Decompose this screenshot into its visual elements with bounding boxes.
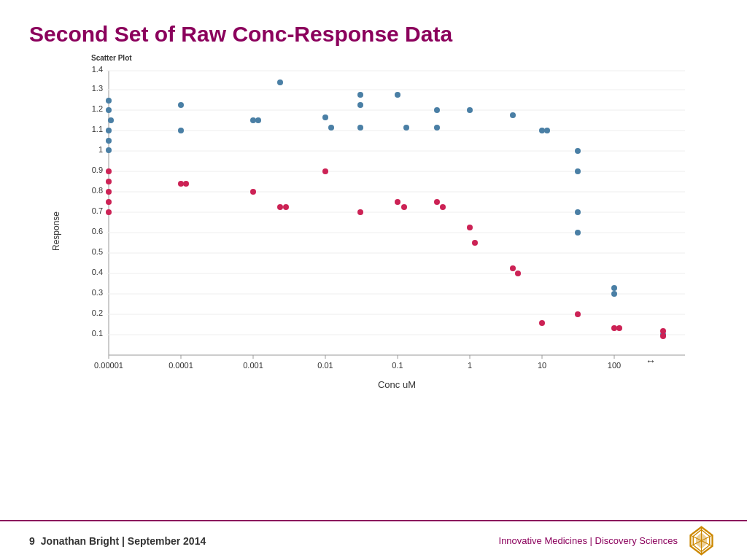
logo-icon [685, 524, 718, 557]
svg-point-103 [660, 328, 666, 334]
svg-point-100 [575, 311, 581, 317]
svg-point-98 [515, 271, 521, 276]
svg-point-101 [611, 325, 617, 331]
footer-right: Innovative Medicines | Discovery Science… [499, 524, 718, 557]
svg-point-76 [611, 285, 617, 291]
svg-point-54 [178, 102, 184, 108]
svg-point-104 [660, 333, 666, 339]
slide: Second Set of Raw Conc-Response Data Sca… [0, 0, 747, 560]
svg-point-57 [255, 117, 261, 123]
svg-text:0.7: 0.7 [92, 206, 103, 215]
svg-point-87 [277, 204, 283, 210]
scatter-plot-label: Scatter Plot [91, 54, 718, 62]
brand-separator: | [590, 535, 595, 546]
svg-point-55 [178, 128, 184, 133]
svg-point-73 [575, 168, 581, 174]
svg-point-86 [250, 189, 256, 195]
svg-text:0.2: 0.2 [92, 308, 103, 317]
svg-text:1.3: 1.3 [92, 84, 103, 93]
svg-point-91 [395, 199, 400, 205]
svg-text:1: 1 [468, 361, 472, 370]
svg-point-89 [322, 168, 328, 174]
svg-point-51 [106, 128, 112, 133]
svg-text:0.1: 0.1 [92, 329, 103, 338]
svg-point-95 [467, 225, 473, 230]
svg-text:0.0001: 0.0001 [169, 361, 193, 370]
svg-point-74 [575, 209, 581, 215]
svg-point-49 [106, 107, 112, 113]
svg-text:0.5: 0.5 [92, 247, 103, 256]
svg-point-92 [401, 204, 407, 210]
svg-text:0.9: 0.9 [92, 166, 103, 174]
svg-point-97 [510, 265, 516, 271]
brand-discovery: Discovery Sciences [595, 535, 678, 546]
svg-point-59 [322, 114, 328, 120]
svg-point-96 [472, 240, 478, 246]
y-axis-label: Response [51, 78, 61, 384]
svg-point-56 [250, 117, 256, 123]
svg-point-94 [440, 204, 446, 210]
svg-text:0.001: 0.001 [243, 361, 263, 370]
footer-author: Jonathan Bright | September 2014 [41, 535, 206, 547]
svg-text:0.01: 0.01 [317, 361, 333, 370]
svg-point-50 [108, 117, 114, 123]
svg-point-82 [106, 199, 112, 205]
svg-point-88 [283, 204, 289, 210]
svg-point-72 [575, 148, 581, 154]
svg-text:↔: ↔ [646, 355, 656, 367]
svg-text:10: 10 [538, 361, 546, 370]
svg-point-53 [106, 147, 112, 153]
svg-point-52 [106, 138, 112, 144]
svg-point-67 [434, 125, 440, 131]
svg-point-66 [434, 107, 440, 113]
svg-text:1.1: 1.1 [92, 125, 103, 133]
svg-point-62 [357, 102, 363, 108]
svg-text:0.6: 0.6 [92, 227, 103, 236]
chart-container: Scatter Plot Response 0.1 0.2 [51, 54, 718, 399]
svg-point-84 [178, 181, 184, 187]
svg-text:100: 100 [608, 361, 621, 370]
svg-point-68 [467, 107, 473, 113]
page-title: Second Set of Raw Conc-Response Data [29, 22, 718, 47]
footer-left: 9 Jonathan Bright | September 2014 [29, 535, 206, 547]
brand-innovative: Innovative Medicines [499, 535, 587, 546]
svg-point-70 [539, 128, 545, 133]
svg-point-79 [106, 168, 112, 174]
svg-text:1: 1 [98, 145, 103, 154]
svg-text:0.8: 0.8 [92, 186, 103, 195]
svg-point-83 [106, 209, 112, 215]
svg-point-85 [183, 181, 189, 187]
svg-text:0.4: 0.4 [92, 268, 103, 276]
svg-point-63 [357, 125, 363, 131]
svg-point-69 [510, 112, 516, 118]
svg-text:0.1: 0.1 [392, 361, 403, 370]
svg-point-58 [277, 79, 283, 85]
svg-point-81 [106, 189, 112, 195]
svg-point-60 [328, 125, 334, 131]
page-number: 9 [29, 535, 35, 547]
svg-point-80 [106, 179, 112, 184]
svg-point-77 [611, 291, 617, 297]
svg-point-65 [403, 125, 409, 131]
svg-point-102 [616, 325, 622, 331]
svg-point-61 [357, 92, 363, 98]
svg-text:1.2: 1.2 [92, 104, 103, 113]
footer-brand-text: Innovative Medicines | Discovery Science… [499, 535, 678, 546]
svg-point-64 [395, 92, 400, 98]
svg-point-90 [357, 209, 363, 215]
svg-text:0.00001: 0.00001 [94, 361, 123, 370]
footer: 9 Jonathan Bright | September 2014 Innov… [0, 520, 747, 560]
svg-point-71 [544, 128, 550, 133]
svg-text:1.4: 1.4 [92, 65, 103, 74]
svg-point-93 [434, 199, 440, 205]
scatter-plot: 0.1 0.2 0.3 0.4 0.5 0.6 0.7 0.8 [65, 63, 700, 399]
chart-inner: 0.1 0.2 0.3 0.4 0.5 0.6 0.7 0.8 [65, 63, 700, 399]
svg-text:Conc uM: Conc uM [378, 379, 416, 390]
svg-point-99 [539, 320, 545, 326]
svg-point-48 [106, 98, 112, 104]
svg-text:0.3: 0.3 [92, 288, 103, 297]
chart-area: Response 0.1 0.2 0 [51, 63, 718, 399]
svg-point-75 [575, 230, 581, 236]
